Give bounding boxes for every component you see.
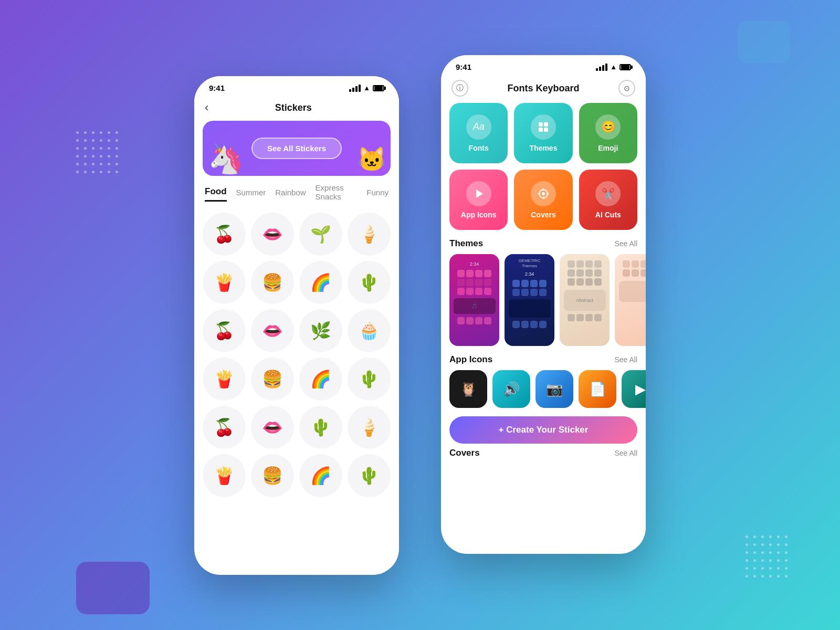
- sticker-icecream-1[interactable]: 🍦: [348, 213, 391, 256]
- feature-card-appicons[interactable]: App Icons: [449, 170, 508, 230]
- feature-card-aicuts[interactable]: ✂️ AI Cuts: [579, 170, 637, 230]
- dot-pattern-left: document.currentScript.previousElementSi…: [76, 131, 118, 173]
- covers-see-all[interactable]: See All: [614, 449, 637, 457]
- sticker-rainbow-2[interactable]: 🌈: [299, 358, 342, 401]
- category-funny[interactable]: Funny: [366, 188, 388, 200]
- sticker-cherry-3[interactable]: 🍒: [203, 406, 246, 449]
- sticker-burger-1[interactable]: 🍔: [251, 261, 294, 304]
- app-icons-see-all[interactable]: See All: [614, 355, 637, 364]
- covers-section-header: Covers See All: [441, 448, 646, 461]
- create-sticker-button[interactable]: + Create Your Sticker: [449, 416, 637, 444]
- sticker-lips-2[interactable]: 👄: [251, 309, 294, 352]
- themes-section-title: Themes: [449, 238, 483, 249]
- sticker-cherry-2[interactable]: 🍒: [203, 309, 246, 352]
- status-bar-2: 9:41 ▲: [441, 55, 646, 76]
- app-icon-teal[interactable]: 🔊: [492, 370, 530, 408]
- deco-rectangle-left: [76, 562, 150, 614]
- covers-label: Covers: [531, 211, 555, 219]
- app-icons-row: 🦉 🔊 📷 📄 ▶: [441, 370, 646, 416]
- svg-rect-0: [539, 122, 543, 127]
- sticker-lips-1[interactable]: 👄: [251, 213, 294, 256]
- theme-icons-grid-dark-2: [512, 321, 547, 328]
- theme-icons-grid-dark: [512, 280, 547, 296]
- feature-card-fonts[interactable]: Aa Fonts: [449, 103, 508, 163]
- themes-row: 2:34: [441, 254, 646, 354]
- covers-section-title: Covers: [449, 448, 480, 458]
- emoji-icon: 😊: [595, 114, 621, 140]
- sticker-cactus-1[interactable]: 🌵: [348, 261, 391, 304]
- app-icon-orange[interactable]: 📄: [579, 370, 616, 408]
- app-icon-play: ▶: [635, 381, 646, 397]
- sticker-row-2: 🍟 🍔 🌈 🌵: [203, 261, 391, 304]
- sticker-fries-3[interactable]: 🍟: [203, 454, 246, 497]
- sticker-row-6: 🍟 🍔 🌈 🌵: [203, 454, 391, 497]
- feature-card-emoji[interactable]: 😊 Emoji: [579, 103, 637, 163]
- category-food[interactable]: Food: [205, 186, 227, 202]
- app-icon-green[interactable]: ▶: [622, 370, 646, 408]
- theme-dark-label: GEMETRICThemes: [518, 258, 540, 268]
- category-summer[interactable]: Summer: [236, 188, 266, 200]
- app-icons-section-title: App Icons: [449, 354, 492, 365]
- phone-stickers: 9:41 ▲ ‹ Stickers 🦄 See All Stickers 🐱 F…: [194, 76, 399, 575]
- sticker-rainbow-3[interactable]: 🌈: [299, 454, 342, 497]
- feature-card-covers[interactable]: Covers: [514, 170, 572, 230]
- phone2-scroll-area: Aa Fonts Themes 😊: [441, 103, 646, 554]
- theme-card-light[interactable]: Abstract: [560, 254, 610, 346]
- theme-icons-grid-light-2: [568, 314, 602, 321]
- emoji-label: Emoji: [598, 144, 618, 152]
- sticker-plant-1[interactable]: 🌱: [299, 213, 342, 256]
- sticker-plant-3[interactable]: 🌵: [299, 406, 342, 449]
- sticker-row-3: 🍒 👄 🌿 🧁: [203, 309, 391, 352]
- theme-pink-album: 🎵: [471, 303, 477, 309]
- dot-pattern-right: [746, 536, 788, 578]
- signal-icon-2: [596, 64, 607, 71]
- theme-icons-grid-pink: [457, 270, 491, 295]
- sticker-burger-3[interactable]: 🍔: [251, 454, 294, 497]
- covers-icon: [531, 181, 556, 206]
- stickers-header: ‹ Stickers: [194, 97, 399, 121]
- status-icons-1: ▲: [349, 84, 384, 92]
- feature-grid: Aa Fonts Themes 😊: [441, 103, 646, 230]
- sticker-icecream-3[interactable]: 🍦: [348, 406, 391, 449]
- appicons-icon: [466, 181, 491, 206]
- sticker-fries-1[interactable]: 🍟: [203, 261, 246, 304]
- time-1: 9:41: [209, 83, 225, 92]
- sticker-lips-3[interactable]: 👄: [251, 406, 294, 449]
- sticker-cherry-1[interactable]: 🍒: [203, 213, 246, 256]
- themes-see-all[interactable]: See All: [614, 239, 637, 248]
- sticker-fries-2[interactable]: 🍟: [203, 358, 246, 401]
- feature-card-themes[interactable]: Themes: [514, 103, 572, 163]
- app-icons-section-header: App Icons See All: [441, 354, 646, 370]
- sticker-cactus-3[interactable]: 🌵: [348, 454, 391, 497]
- deco-rectangle-right: [738, 21, 790, 63]
- sticker-cactus-2[interactable]: 🌵: [348, 358, 391, 401]
- banner-emoji-cat: 🐱: [357, 145, 386, 173]
- battery-icon-2: [620, 64, 631, 70]
- svg-rect-1: [544, 122, 548, 127]
- theme-card-dark[interactable]: GEMETRICThemes 2:34: [505, 254, 554, 346]
- fonts-label: Fonts: [469, 144, 489, 152]
- back-button[interactable]: ‹: [205, 101, 208, 114]
- settings-button[interactable]: ⊙: [618, 80, 635, 97]
- sticker-grid: 🍒 👄 🌱 🍦 🍟 🍔 🌈 🌵 🍒 👄 🌿 🧁 🍟 🍔 🌈 🌵 🍒 👄: [194, 207, 399, 575]
- theme-card-pink[interactable]: 2:34: [449, 254, 499, 346]
- sticker-plant-2[interactable]: 🌿: [299, 309, 342, 352]
- fonts-icon: Aa: [466, 114, 491, 140]
- theme-pink-time: 2:34: [470, 261, 479, 267]
- categories-bar: Food Summer Rainbow Express Snacks Funny: [194, 176, 399, 207]
- sticker-rainbow-1[interactable]: 🌈: [299, 261, 342, 304]
- status-icons-2: ▲: [596, 63, 631, 71]
- app-icon-blue[interactable]: 📷: [536, 370, 573, 408]
- theme-dark-time: 2:34: [525, 271, 534, 277]
- theme-card-cream[interactable]: [615, 254, 646, 346]
- info-button[interactable]: ⓘ: [452, 80, 468, 97]
- category-express-snacks[interactable]: Express Snacks: [316, 183, 358, 204]
- sticker-banner[interactable]: 🦄 See All Stickers 🐱: [203, 121, 391, 176]
- app-icon-black[interactable]: 🦉: [449, 370, 487, 408]
- see-all-stickers-button[interactable]: See All Stickers: [251, 138, 342, 159]
- app-icon-owl: 🦉: [460, 381, 477, 397]
- sticker-icecream-2[interactable]: 🧁: [348, 309, 391, 352]
- theme-icons-grid-pink-2: [457, 317, 491, 324]
- sticker-burger-2[interactable]: 🍔: [251, 358, 294, 401]
- category-rainbow[interactable]: Rainbow: [275, 188, 306, 200]
